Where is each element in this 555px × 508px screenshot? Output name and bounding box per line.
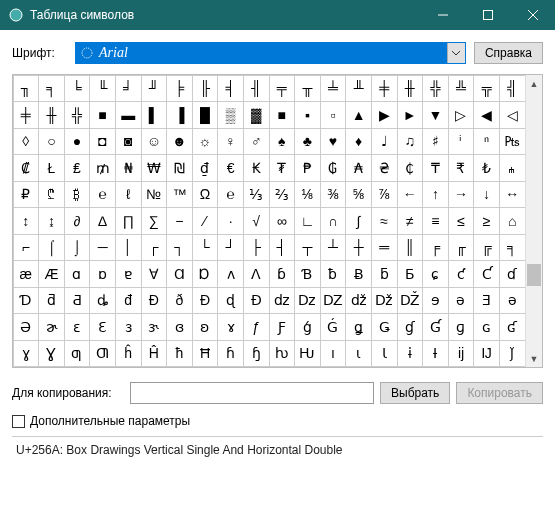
char-cell[interactable]: ≈ <box>371 207 398 235</box>
char-cell[interactable]: Ɠ <box>422 313 449 341</box>
char-cell[interactable]: ℮ <box>217 181 244 209</box>
char-cell[interactable]: ₾ <box>38 181 65 209</box>
char-cell[interactable]: ∫ <box>345 207 372 235</box>
char-cell[interactable]: ⁿ <box>473 128 500 156</box>
char-cell[interactable]: ≥ <box>473 207 500 235</box>
char-cell[interactable]: ╘ <box>64 75 91 102</box>
char-cell[interactable]: ╫ <box>38 101 65 129</box>
char-cell[interactable]: ɤ <box>217 313 244 341</box>
char-cell[interactable]: ɨ <box>397 340 424 368</box>
char-cell[interactable]: ╪ <box>371 75 398 102</box>
char-cell[interactable]: ╓ <box>448 234 475 262</box>
char-cell[interactable]: Ɓ <box>294 260 321 288</box>
char-cell[interactable]: ₲ <box>320 154 347 182</box>
char-cell[interactable]: ₪ <box>166 154 193 182</box>
char-cell[interactable]: ǵ <box>294 313 321 341</box>
char-cell[interactable]: Ĥ <box>141 340 168 368</box>
char-cell[interactable]: Ǥ <box>371 313 398 341</box>
char-cell[interactable]: ☻ <box>166 128 193 156</box>
char-cell[interactable]: Đ <box>141 287 168 315</box>
char-cell[interactable]: │ <box>115 234 142 262</box>
char-cell[interactable]: ƕ <box>269 340 296 368</box>
char-cell[interactable]: ₴ <box>371 154 398 182</box>
char-cell[interactable]: ɩ <box>345 340 372 368</box>
char-cell[interactable]: ⌂ <box>499 207 525 235</box>
char-cell[interactable]: ↓ <box>473 181 500 209</box>
char-cell[interactable]: Ɑ <box>166 260 193 288</box>
char-cell[interactable]: ∏ <box>115 207 142 235</box>
char-cell[interactable]: Ł <box>38 154 65 182</box>
char-cell[interactable]: Ƒ <box>269 313 296 341</box>
char-cell[interactable]: ╡ <box>217 75 244 102</box>
char-cell[interactable]: ɜ <box>115 313 142 341</box>
char-cell[interactable]: ╦ <box>473 75 500 102</box>
char-cell[interactable]: Ǝ <box>473 287 500 315</box>
char-cell[interactable]: ɦ <box>217 340 244 368</box>
char-cell[interactable]: ♫ <box>397 128 424 156</box>
help-button[interactable]: Справка <box>474 42 543 64</box>
char-cell[interactable]: Ɒ <box>192 260 219 288</box>
chevron-down-icon[interactable] <box>447 43 465 63</box>
char-cell[interactable]: ╕ <box>38 75 65 102</box>
char-cell[interactable]: ├ <box>243 234 270 262</box>
char-cell[interactable]: ɢ <box>473 313 500 341</box>
char-cell[interactable]: ╕ <box>499 234 525 262</box>
char-cell[interactable]: Ɩ <box>371 340 398 368</box>
char-cell[interactable]: ╬ <box>64 101 91 129</box>
char-cell[interactable]: ▫ <box>320 101 347 129</box>
char-cell[interactable]: ɣ <box>13 340 39 368</box>
char-cell[interactable]: ⌡ <box>64 234 91 262</box>
char-cell[interactable]: ǅ <box>371 287 398 315</box>
char-cell[interactable]: ₵ <box>397 154 424 182</box>
font-select[interactable]: Arial <box>75 42 466 64</box>
char-cell[interactable]: ɛ <box>64 313 91 341</box>
char-cell[interactable]: Ɨ <box>422 340 449 368</box>
char-cell[interactable]: √ <box>243 207 270 235</box>
char-cell[interactable]: ɝ <box>141 313 168 341</box>
char-cell[interactable]: ⅞ <box>371 181 398 209</box>
char-cell[interactable]: ₩ <box>141 154 168 182</box>
char-cell[interactable]: ╖ <box>13 75 39 102</box>
char-cell[interactable]: ǰ <box>499 340 525 368</box>
char-cell[interactable]: ╞ <box>166 75 193 102</box>
char-cell[interactable]: ≡ <box>422 207 449 235</box>
char-cell[interactable]: ╫ <box>397 75 424 102</box>
char-cell[interactable]: ʌ <box>217 260 244 288</box>
titlebar[interactable]: Таблица символов <box>0 0 555 30</box>
char-cell[interactable]: ╔ <box>473 234 500 262</box>
char-cell[interactable]: ≤ <box>448 207 475 235</box>
scroll-thumb[interactable] <box>527 264 541 286</box>
char-cell[interactable]: ı <box>320 340 347 368</box>
char-cell[interactable]: ▪ <box>294 101 321 129</box>
char-cell[interactable]: ₥ <box>89 154 116 182</box>
char-cell[interactable]: ⁱ <box>448 128 475 156</box>
char-cell[interactable]: ⅝ <box>345 181 372 209</box>
char-cell[interactable]: ħ <box>166 340 193 368</box>
char-cell[interactable]: € <box>217 154 244 182</box>
char-cell[interactable]: ɐ <box>115 260 142 288</box>
char-cell[interactable]: ɒ <box>89 260 116 288</box>
char-cell[interactable]: → <box>448 181 475 209</box>
char-cell[interactable]: ╢ <box>243 75 270 102</box>
char-cell[interactable]: ™ <box>166 181 193 209</box>
char-cell[interactable]: ₱ <box>294 154 321 182</box>
minimize-button[interactable] <box>420 0 465 30</box>
char-cell[interactable]: ┴ <box>320 234 347 262</box>
char-cell[interactable]: Ĳ <box>473 340 500 368</box>
char-cell[interactable]: ╬ <box>422 75 449 102</box>
char-cell[interactable]: ⅓ <box>243 181 270 209</box>
char-cell[interactable]: ₫ <box>192 154 219 182</box>
char-cell[interactable]: ɗ <box>499 260 525 288</box>
char-cell[interactable]: ♠ <box>269 128 296 156</box>
char-cell[interactable]: Ħ <box>192 340 219 368</box>
char-cell[interactable]: Ǆ <box>397 287 424 315</box>
char-cell[interactable]: Ƀ <box>345 260 372 288</box>
char-cell[interactable]: ɠ <box>397 313 424 341</box>
char-cell[interactable]: ≠ <box>397 207 424 235</box>
char-cell[interactable]: ƒ <box>243 313 270 341</box>
char-cell[interactable]: ╥ <box>294 75 321 102</box>
char-grid[interactable]: ╖╕╘╙╛╜╞╟╡╢╤╥╧╨╪╫╬╩╦╣╪╫╬■▬▌▐█▒▓■▪▫▲▶►▼▷◀◁… <box>13 75 525 367</box>
char-cell[interactable]: ƃ <box>371 260 398 288</box>
char-cell[interactable]: ₤ <box>64 154 91 182</box>
char-cell[interactable]: └ <box>192 234 219 262</box>
